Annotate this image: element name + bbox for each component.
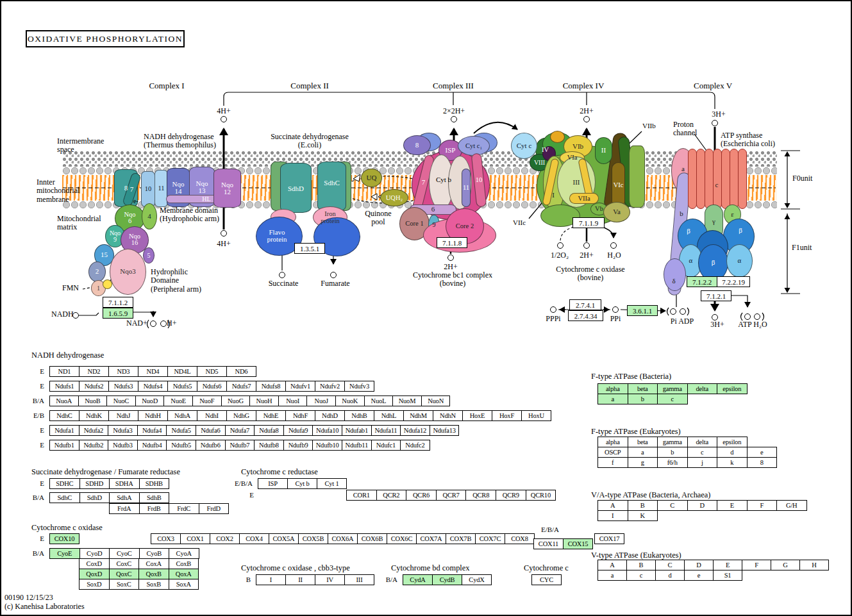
- gene-cell[interactable]: b: [657, 447, 688, 458]
- gene-cell[interactable]: CoxB: [169, 558, 199, 569]
- compound-node[interactable]: [583, 242, 590, 249]
- gene-cell[interactable]: HoxF: [492, 410, 522, 421]
- gene-cell[interactable]: Ndufs2: [79, 381, 109, 392]
- gene-cell[interactable]: QCR9: [496, 490, 526, 501]
- gene-cell[interactable]: ND2: [79, 366, 109, 377]
- gene-cell[interactable]: NdhA: [167, 410, 197, 421]
- gene-cell[interactable]: SoxB: [138, 579, 169, 590]
- gene-cell[interactable]: QCR6: [406, 490, 437, 501]
- gene-cell[interactable]: Ndufs8: [256, 381, 286, 392]
- gene-cell[interactable]: Ndufa12: [400, 425, 430, 436]
- gene-cell[interactable]: c: [687, 447, 718, 458]
- gene-cell[interactable]: NuoK: [335, 395, 365, 406]
- gene-cell[interactable]: QCR8: [465, 490, 496, 501]
- gene-cell[interactable]: SDHC: [49, 478, 80, 489]
- compound-node[interactable]: [72, 312, 79, 319]
- gene-cell[interactable]: F: [747, 500, 778, 511]
- gene-cell[interactable]: Ndufs4: [138, 381, 168, 392]
- gene-cell[interactable]: QoxB: [138, 569, 169, 579]
- gene-cell[interactable]: CoxA: [138, 558, 169, 569]
- gene-cell[interactable]: NuoL: [364, 395, 394, 406]
- gene-cell[interactable]: NdhK: [79, 410, 109, 421]
- gene-cell[interactable]: COX1: [180, 533, 210, 544]
- compound-node[interactable]: [330, 272, 337, 278]
- gene-cell[interactable]: CydB: [432, 574, 462, 585]
- gene-cell[interactable]: Ndufb9: [283, 440, 313, 451]
- gene-cell[interactable]: Ndufb2: [79, 440, 109, 451]
- gene-cell[interactable]: NuoC: [106, 395, 136, 406]
- gene-cell[interactable]: beta: [628, 383, 658, 394]
- gene-cell[interactable]: Ndufa13: [430, 425, 460, 436]
- gene-cell[interactable]: A: [597, 500, 628, 511]
- gene-cell[interactable]: gamma: [657, 437, 688, 447]
- gene-cell[interactable]: C: [655, 560, 685, 570]
- gene-cell[interactable]: I: [256, 574, 286, 585]
- gene-cell[interactable]: CyoD: [79, 548, 110, 559]
- compound-node[interactable]: [279, 272, 285, 278]
- gene-cell[interactable]: d: [717, 447, 748, 458]
- gene-cell[interactable]: SDHA: [109, 478, 140, 489]
- compound-node[interactable]: [557, 242, 564, 249]
- gene-cell[interactable]: Ndufa10: [312, 425, 342, 436]
- gene-cell[interactable]: COX5A: [269, 533, 299, 544]
- gene-cell[interactable]: NdhI: [197, 410, 227, 421]
- gene-cell[interactable]: Ndufs5: [167, 381, 197, 392]
- gene-cell[interactable]: f: [597, 457, 628, 468]
- gene-cell[interactable]: D: [684, 560, 714, 570]
- compound-node[interactable]: [150, 320, 156, 327]
- compound-node[interactable]: [680, 308, 686, 315]
- gene-cell[interactable]: COR1: [346, 490, 377, 501]
- gene-cell[interactable]: SoxD: [79, 579, 110, 590]
- gene-cell[interactable]: NdhL: [374, 410, 404, 421]
- gene-cell[interactable]: CydA: [403, 574, 433, 585]
- gene-cell[interactable]: NdhM: [403, 410, 433, 421]
- gene-cell[interactable]: Ndufa7: [225, 425, 255, 436]
- compound-node[interactable]: [670, 308, 676, 315]
- gene-cell[interactable]: NuoF: [192, 395, 222, 406]
- compound-node[interactable]: [160, 320, 167, 327]
- gene-cell[interactable]: COX2: [210, 533, 240, 544]
- gene-cell[interactable]: ND1: [49, 366, 79, 377]
- gene-cell[interactable]: COX3: [151, 533, 181, 544]
- gene-cell[interactable]: k: [717, 457, 748, 468]
- gene-cell[interactable]: NdhH: [138, 410, 168, 421]
- gene-cell[interactable]: NuoH: [249, 395, 279, 406]
- ec-7.1.2.2[interactable]: 7.1.2.2: [687, 276, 717, 287]
- gene-cell[interactable]: SoxA: [169, 579, 199, 590]
- ec-7.1.2.1[interactable]: 7.1.2.1: [701, 290, 731, 301]
- gene-cell[interactable]: Ndufs3: [108, 381, 138, 392]
- gene-cell[interactable]: NuoG: [221, 395, 251, 406]
- gene-cell[interactable]: NdhG: [226, 410, 256, 421]
- gene-cell[interactable]: Ndufa1: [49, 425, 79, 436]
- gene-cell[interactable]: COX6A: [328, 533, 358, 544]
- gene-cell[interactable]: Ndufa9: [283, 425, 313, 436]
- gene-cell[interactable]: II: [285, 574, 315, 585]
- gene-cell[interactable]: OSCP: [597, 447, 628, 458]
- compound-node[interactable]: [451, 116, 457, 122]
- compound-node[interactable]: [712, 120, 718, 126]
- gene-cell[interactable]: Ndufa11: [371, 425, 401, 436]
- gene-cell[interactable]: HoxU: [521, 410, 551, 421]
- gene-cell[interactable]: Ndufb7: [225, 440, 255, 451]
- compound-node[interactable]: [447, 254, 454, 261]
- gene-cell[interactable]: F: [742, 560, 771, 570]
- gene-cell[interactable]: COX17: [594, 533, 624, 544]
- gene-cell[interactable]: SdhD: [79, 492, 110, 503]
- gene-cell[interactable]: ND4L: [167, 366, 197, 377]
- gene-cell[interactable]: ND4: [138, 366, 168, 377]
- gene-cell[interactable]: Ndufb4: [137, 440, 167, 451]
- gene-cell[interactable]: NuoE: [163, 395, 193, 406]
- gene-cell[interactable]: e: [747, 447, 778, 458]
- gene-cell[interactable]: epsilon: [717, 437, 748, 447]
- gene-cell[interactable]: K: [628, 510, 658, 521]
- gene-cell[interactable]: Ndufv2: [315, 381, 345, 392]
- gene-cell[interactable]: ND3: [108, 366, 138, 377]
- gene-cell[interactable]: CoxD: [79, 558, 110, 569]
- gene-cell[interactable]: Ndufv1: [285, 381, 315, 392]
- gene-cell[interactable]: QCR7: [436, 490, 467, 501]
- compound-node[interactable]: [550, 306, 556, 313]
- gene-cell[interactable]: alpha: [597, 383, 628, 394]
- gene-cell[interactable]: SDHB: [139, 478, 170, 489]
- gene-cell[interactable]: Ndufb3: [108, 440, 138, 451]
- gene-cell[interactable]: NuoA: [49, 395, 79, 406]
